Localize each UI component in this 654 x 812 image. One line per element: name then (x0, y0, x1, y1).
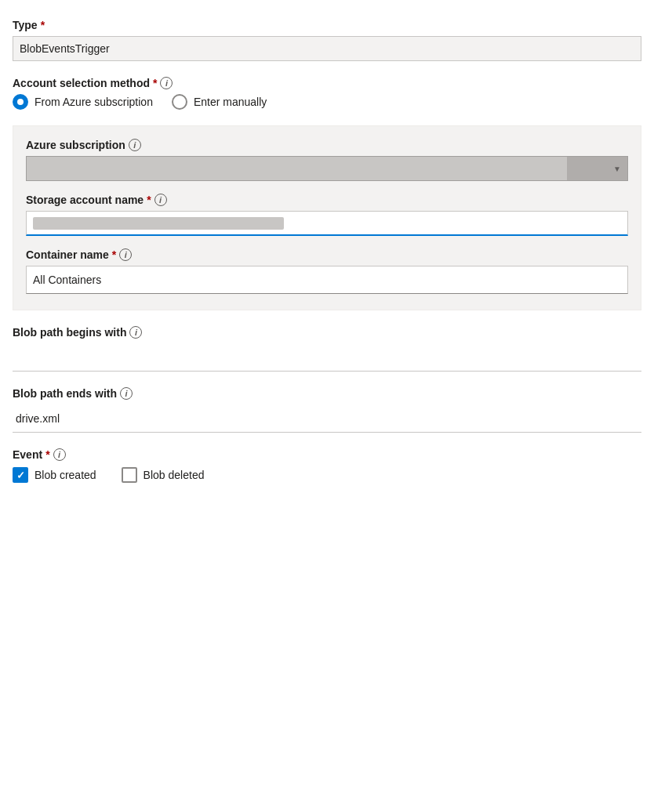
blob-path-ends-label: Blob path ends with i (13, 387, 641, 400)
container-name-label: Container name * i (26, 248, 628, 261)
account-selection-info-icon[interactable]: i (160, 77, 173, 89)
azure-subscription-input[interactable]: ▼ (26, 156, 628, 181)
container-required-star: * (112, 248, 116, 261)
radio-from-azure[interactable]: From Azure subscription (13, 94, 153, 110)
radio-from-azure-label: From Azure subscription (35, 96, 153, 108)
storage-account-field: Storage account name * i (26, 194, 628, 236)
checkbox-blob-deleted[interactable]: Blob deleted (122, 467, 205, 483)
event-field: Event * i Blob created Blob deleted (13, 448, 641, 483)
container-name-info-icon[interactable]: i (119, 248, 132, 261)
event-label-text: Event (13, 448, 42, 461)
blob-deleted-checkbox[interactable] (122, 467, 137, 483)
event-checkbox-group: Blob created Blob deleted (13, 467, 641, 483)
radio-enter-manually-label: Enter manually (194, 96, 267, 108)
blob-path-ends-input[interactable] (13, 404, 641, 433)
container-name-field: Container name * i (26, 248, 628, 294)
blob-path-begins-label: Blob path begins with i (13, 326, 641, 339)
blob-deleted-label: Blob deleted (144, 469, 205, 481)
blob-path-ends-field: Blob path ends with i (13, 387, 641, 433)
storage-account-label-text: Storage account name (26, 194, 144, 206)
type-required-star: * (41, 19, 45, 31)
azure-section: Azure subscription i ▼ Storage account n… (13, 125, 641, 310)
blob-path-begins-input[interactable] (13, 343, 641, 372)
storage-input-fill (33, 217, 284, 230)
blob-path-ends-label-text: Blob path ends with (13, 387, 117, 400)
blob-path-ends-info-icon[interactable]: i (120, 387, 133, 400)
radio-enter-manually[interactable]: Enter manually (172, 94, 267, 110)
type-label-text: Type (13, 19, 38, 31)
azure-subscription-label-text: Azure subscription (26, 139, 125, 151)
blob-path-begins-field: Blob path begins with i (13, 326, 641, 372)
type-field: Type * (13, 19, 641, 61)
storage-account-input[interactable] (26, 211, 628, 236)
azure-subscription-field: Azure subscription i ▼ (26, 139, 628, 181)
subscription-input-inner: ▼ (27, 157, 627, 180)
storage-account-info-icon[interactable]: i (154, 194, 167, 206)
type-label: Type * (13, 19, 641, 31)
azure-subscription-info-icon[interactable]: i (129, 139, 141, 151)
radio-enter-manually-circle[interactable] (172, 94, 187, 110)
azure-subscription-label: Azure subscription i (26, 139, 628, 151)
storage-required-star: * (147, 194, 151, 206)
blob-path-begins-info-icon[interactable]: i (129, 326, 142, 339)
storage-account-input-wrapper (26, 211, 628, 236)
event-label: Event * i (13, 448, 641, 461)
blob-path-begins-label-text: Blob path begins with (13, 326, 126, 339)
event-info-icon[interactable]: i (53, 448, 66, 461)
account-selection-radio-group: From Azure subscription Enter manually (13, 94, 641, 110)
container-name-label-text: Container name (26, 248, 109, 261)
account-selection-label-text: Account selection method (13, 77, 150, 89)
container-name-input[interactable] (26, 266, 628, 294)
account-required-star: * (153, 77, 157, 89)
account-selection-label: Account selection method * i (13, 77, 641, 89)
subscription-dropdown-arrow: ▼ (613, 165, 621, 173)
checkbox-blob-created[interactable]: Blob created (13, 467, 96, 483)
blob-created-label: Blob created (35, 469, 96, 481)
event-required-star: * (45, 448, 49, 461)
storage-account-label: Storage account name * i (26, 194, 628, 206)
radio-from-azure-circle[interactable] (13, 94, 28, 110)
type-input[interactable] (13, 36, 641, 61)
account-selection-field: Account selection method * i From Azure … (13, 77, 641, 110)
blob-created-checkbox[interactable] (13, 467, 28, 483)
